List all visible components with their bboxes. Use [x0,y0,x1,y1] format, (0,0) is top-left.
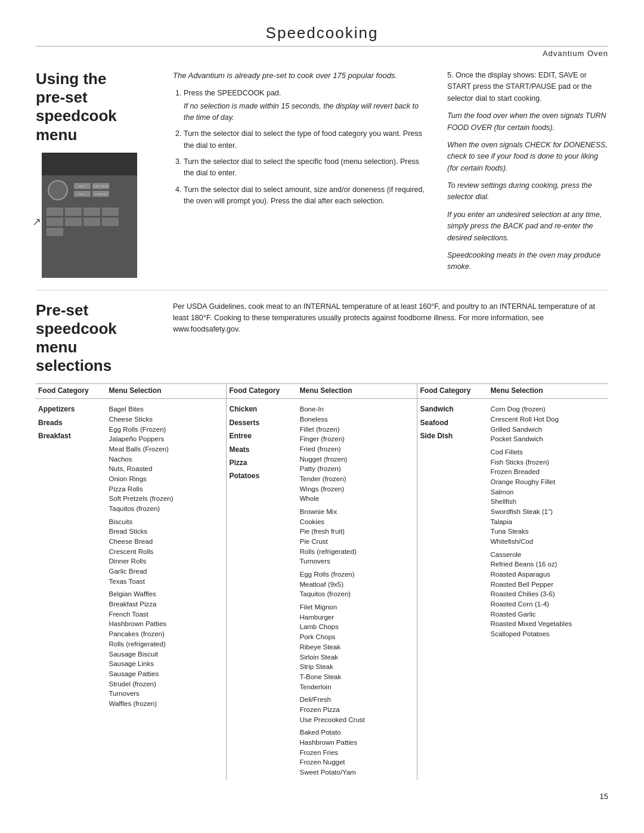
menu-table: Food Category Menu Selection Food Catego… [36,383,608,779]
oven-btn-surface [102,218,119,226]
items-list: Baked PotatoHashbrown PattiesFrozen Frie… [300,724,415,777]
step-1: Press the SPEEDCOOK pad. If no selection… [184,88,429,123]
col-header-4: Menu Selection [298,384,417,399]
cat-label: Breakfast [38,428,104,441]
items-list: Belgian WafflesBreakfast PizzaFrench Toa… [109,586,224,708]
steps-list: Press the SPEEDCOOK pad. If no selection… [173,88,429,207]
items-list: BiscuitsBread SticksCheese BreadCrescent… [109,514,224,587]
step-2: Turn the selector dial to select the typ… [184,128,429,151]
cat-label: Appetizers [38,401,104,414]
col3-categories: SandwichSeafoodSide Dish [417,399,488,780]
oven-buttons: BACK START PAUSE HELP CLEAR OFF [74,183,109,197]
oven-btn-cooking [47,218,63,226]
cat-label: Entree [229,428,295,441]
arrow-indicator: ↗ [32,215,41,228]
intro-italic: The Advantium is already pre-set to cook… [173,70,429,82]
items-list: Corn Dog (frozen)Crescent Roll Hot DogGr… [490,401,606,444]
page-number: 15 [36,792,608,801]
right-para-2: To review settings during cooking, press… [447,180,608,203]
step-3: Turn the selector dial to select the spe… [184,156,429,179]
using-section: Using the pre-set speedcook menu BACK ST… [36,70,608,279]
right-para-1: When the oven signals CHECK for DONENESS… [447,140,608,174]
page-title: Speedcooking [36,24,608,42]
items-list: Bone-InBonelessFillet (frozen)Finger (fr… [300,401,415,504]
oven-display [42,153,137,175]
oven-dial [48,180,68,200]
cat-label: Seafood [420,415,485,428]
preset-section: Pre-set speedcook menu selections Per US… [36,301,608,376]
items-list: Cod FilletsFish Sticks (frozen)Frozen Br… [490,444,606,547]
col-header-3: Food Category [227,384,298,399]
using-middle-column: The Advantium is already pre-set to cook… [173,70,429,279]
col-header-5: Food Category [417,384,488,399]
page-subtitle: Advantium Oven [36,49,608,58]
table-content-row: AppetizersBreadsBreakfast Bagel BitesChe… [36,399,608,780]
preset-left-column: Pre-set speedcook menu selections [36,301,155,376]
oven-btn-conv [65,208,82,216]
items-list: CasseroleRefried Beans (16 oz)Roasted As… [490,547,606,639]
oven-btn-vent [47,228,63,236]
using-right-column: 5. Once the display shows: EDIT, SAVE or… [447,70,608,279]
step-5-text: 5. Once the display shows: EDIT, SAVE or… [447,70,608,104]
oven-btn-clear: CLEAR OFF [92,191,109,197]
right-para-4: Speedcooking meats in the oven may produ… [447,250,608,273]
cat-label: Sandwich [420,401,485,414]
step-4: Turn the selector dial to select amount,… [184,184,429,208]
col-header-6: Menu Selection [488,384,608,399]
items-list: Egg Rolls (frozen)Meatloaf (9x5)Taquitos… [300,566,415,599]
oven-btn-more [65,218,82,226]
col-header-2: Menu Selection [107,384,227,399]
cat-label: Desserts [229,415,295,428]
using-left-column: Using the pre-set speedcook menu BACK ST… [36,70,155,279]
right-para-3: If you enter an undesired selection at a… [447,209,608,244]
col3-items: Corn Dog (frozen)Crescent Roll Hot DogGr… [488,399,608,780]
step-1-sub: If no selection is made within 15 second… [184,101,429,124]
right-para-0: Turn the food over when the oven signals… [447,110,608,134]
table-header-row: Food Category Menu Selection Food Catego… [36,384,608,399]
oven-dial-area: BACK START PAUSE HELP CLEAR OFF [42,175,137,205]
oven-btn-start: START PAUSE [92,183,109,189]
using-heading: Using the pre-set speedcook menu [36,70,155,144]
oven-btn-timer [83,218,100,226]
cat-label: Potatoes [229,468,295,481]
cat-label: Meats [229,442,295,455]
cat-label: Side Dish [420,428,485,441]
oven-bottom-buttons [42,205,137,239]
oven-btn-help: HELP [74,191,91,197]
items-list: Brownie MixCookiesPie (fresh fruit)Pie C… [300,504,415,566]
col1-categories: AppetizersBreadsBreakfast [36,399,107,780]
oven-illustration: BACK START PAUSE HELP CLEAR OFF [42,153,137,278]
preset-right-column: Per USDA Guidelines, cook meat to an INT… [173,301,608,376]
oven-btn-speed [47,208,63,216]
col-header-1: Food Category [36,384,107,399]
col2-categories: ChickenDessertsEntreeMeatsPizzaPotatoes [227,399,298,780]
cat-label: Pizza [229,455,295,468]
oven-btn-back: BACK [74,183,91,189]
oven-btn-micro [83,208,100,216]
items-list: Filet MignonHamburgerLamb ChopsPork Chop… [300,599,415,692]
items-list: Deli/FreshFrozen PizzaUse Precooked Crus… [300,692,415,724]
col1-items: Bagel BitesCheese SticksEgg Rolls (Froze… [107,399,227,780]
items-list: Bagel BitesCheese SticksEgg Rolls (Froze… [109,401,224,513]
oven-btn-settings [102,208,119,216]
col2-items: Bone-InBonelessFillet (frozen)Finger (fr… [298,399,417,780]
usda-text: Per USDA Guidelines, cook meat to an INT… [173,301,608,336]
preset-heading: Pre-set speedcook menu selections [36,301,155,376]
cat-label: Chicken [229,401,295,414]
cat-label: Breads [38,415,104,428]
